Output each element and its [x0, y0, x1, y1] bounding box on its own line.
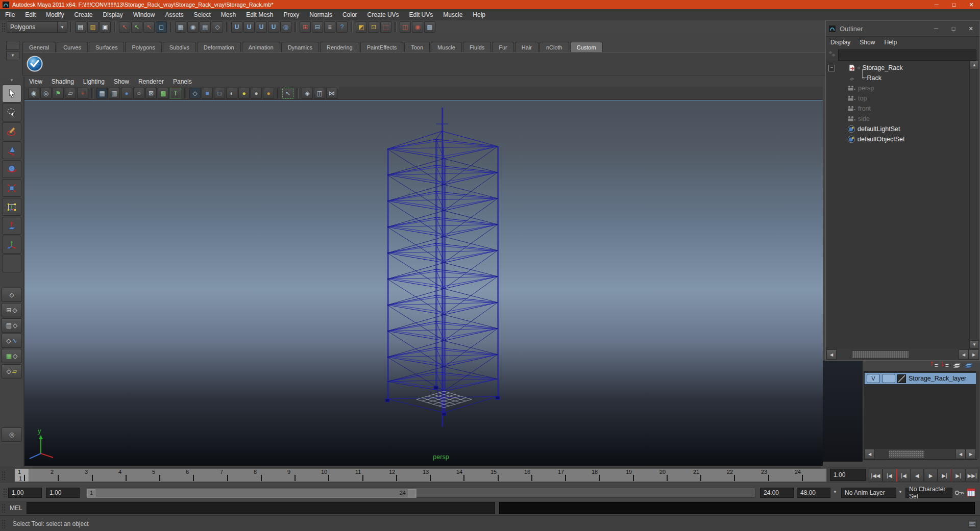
film-gate-icon[interactable]: ▥ [109, 88, 120, 99]
scroll-right-icon[interactable]: ▶ [966, 449, 976, 459]
animation-start-field[interactable]: 1.00 [46, 488, 80, 498]
lock-icon[interactable]: ⊡ [368, 21, 379, 33]
ipr-render-icon[interactable]: ◉ [412, 21, 423, 33]
outliner-menu-help[interactable]: Help [879, 39, 901, 46]
gate-mask-icon[interactable]: ○ [133, 88, 144, 99]
bookmark-icon[interactable]: ⚑ [53, 88, 64, 99]
menu-assets[interactable]: Assets [160, 11, 188, 18]
textured-icon[interactable]: ◐ [226, 88, 237, 99]
go-to-start-button[interactable]: |◀◀ [869, 469, 883, 482]
lasso-tool[interactable] [2, 104, 21, 121]
character-set-dropdown[interactable]: No Character Set [905, 488, 952, 498]
mask-surfaces-icon[interactable]: ◇ [212, 21, 223, 33]
outliner-title-bar[interactable]: Outliner ─ □ ✕ [826, 21, 979, 37]
panel-menu-view[interactable]: View [24, 78, 47, 85]
menu-normals[interactable]: Normals [304, 11, 337, 18]
outliner-hscrollbar[interactable]: ◀ ◀ ▶ [826, 349, 979, 360]
shelf-tab-fur[interactable]: Fur [492, 42, 514, 52]
shelf-tab-dynamics[interactable]: Dynamics [281, 42, 319, 52]
menu-edit-mesh[interactable]: Edit Mesh [241, 11, 278, 18]
menu-muscle[interactable]: Muscle [438, 11, 468, 18]
panel-menu-renderer[interactable]: Renderer [134, 78, 168, 85]
menu-help[interactable]: Help [468, 11, 491, 18]
shelf-tab-surfaces[interactable]: Surfaces [89, 42, 124, 52]
playback-start-field[interactable]: 1.00 [8, 488, 42, 498]
layer-color-swatch[interactable] [897, 374, 906, 383]
rotate-tool[interactable] [2, 160, 21, 178]
outliner-item-storage-rack[interactable]: − ○ Storage_Rack [826, 63, 969, 73]
animation-end-field[interactable]: 48.00 [797, 488, 830, 498]
shelf-tab-painteffects[interactable]: PaintEffects [360, 42, 404, 52]
menu-create-uvs[interactable]: Create UVs [362, 11, 404, 18]
scroll-right-icon[interactable]: ▶ [969, 349, 979, 360]
menu-window[interactable]: Window [128, 11, 160, 18]
outliner-search-input[interactable] [838, 49, 976, 61]
outliner-item-top[interactable]: top [826, 93, 969, 104]
layout-single-persp-button[interactable]: ◇ [2, 288, 22, 302]
shelf-tab-polygons[interactable]: Polygons [125, 42, 161, 52]
smooth-shade-icon[interactable]: ■ [202, 88, 213, 99]
step-forward-frame-button[interactable]: ▶| [951, 469, 965, 482]
wireframe-icon[interactable]: ◇ [189, 88, 201, 99]
input-connections-icon[interactable]: ⊞ [300, 21, 311, 33]
layer-visibility-toggle[interactable]: V [867, 374, 880, 383]
scroll-left-icon[interactable]: ◀ [959, 349, 969, 360]
menu-mesh[interactable]: Mesh [216, 11, 241, 18]
isolate-select-icon[interactable]: ↖ [282, 88, 293, 99]
menu-set-dropdown[interactable]: Polygons [7, 21, 58, 33]
shelf-tab-subdivs[interactable]: Subdivs [163, 42, 196, 52]
shelf-menu-arrow-icon[interactable]: ▼ [6, 51, 19, 60]
render-frame-icon[interactable]: ◫ [400, 21, 411, 33]
anim-layer-dropdown[interactable]: No Anim Layer [841, 488, 896, 498]
step-back-key-button[interactable]: |◀ [896, 469, 911, 482]
scroll-down-icon[interactable]: ▼ [970, 340, 979, 349]
outliner-vscrollbar[interactable]: ▲ ▼ [969, 61, 979, 349]
checked-sphere-shelf-icon[interactable] [26, 55, 43, 72]
multi-pane-icon[interactable]: ◫ [314, 88, 325, 99]
wireframe-on-shaded-icon[interactable]: ◈ [302, 88, 313, 99]
shelf-tab-hair[interactable]: Hair [515, 42, 538, 52]
snap-plane-icon[interactable]: U [268, 21, 279, 33]
show-manipulator-tool[interactable] [2, 236, 21, 254]
scroll-left-icon[interactable]: ◀ [865, 449, 875, 459]
playback-end-field[interactable]: 24.00 [760, 488, 794, 498]
command-line-label[interactable]: MEL [10, 504, 22, 512]
select-component-icon[interactable]: ↖ [143, 21, 155, 33]
panel-menu-lighting[interactable]: Lighting [79, 78, 109, 85]
hud-icon[interactable]: T [170, 88, 181, 99]
play-forwards-button[interactable]: ▶ [924, 469, 938, 482]
auto-keyframe-icon[interactable] [954, 489, 965, 496]
scroll-up-icon[interactable]: ▲ [970, 61, 979, 69]
perspective-viewport[interactable]: y persp [24, 100, 823, 466]
paint-selection-tool[interactable] [2, 122, 21, 140]
outliner-menu-show[interactable]: Show [855, 39, 879, 46]
command-line-result[interactable] [499, 502, 975, 514]
playback-range-bar[interactable]: 1 24 [87, 489, 416, 498]
go-to-end-button[interactable]: ▶▶| [965, 469, 979, 482]
shelf-tab-toon[interactable]: Toon [404, 42, 430, 52]
shelf-tab-rendering[interactable]: Rendering [320, 42, 359, 52]
soft-modification-tool[interactable] [2, 217, 21, 235]
move-layer-up-icon[interactable] [930, 361, 940, 368]
range-slider-track[interactable]: 1 24 [86, 488, 755, 498]
title-bar[interactable]: Autodesk Maya 2011 x64: F:\!!!!CONV!!!!!… [0, 0, 980, 9]
outliner-close-button[interactable]: ✕ [962, 24, 979, 33]
layout-hypershade-persp-button[interactable]: ▦◇ [2, 349, 22, 363]
mask-curves-icon[interactable]: ▤ [200, 21, 211, 33]
status-line-grip[interactable] [2, 22, 5, 32]
new-scene-icon[interactable]: ▤ [75, 21, 86, 33]
outliner-item-persp[interactable]: persp [826, 83, 969, 93]
construction-history-icon[interactable]: ≡ [324, 21, 335, 33]
menu-color[interactable]: Color [337, 11, 362, 18]
outliner-item-side[interactable]: side [826, 114, 969, 124]
outliner-item-defaultobjectset[interactable]: defaultObjectSet [826, 134, 969, 144]
menu-set-dropdown-arrow[interactable]: ▼ [58, 21, 67, 33]
shelf-tab-general[interactable]: General [22, 42, 56, 52]
menu-proxy[interactable]: Proxy [279, 11, 305, 18]
select-hierarchy-icon[interactable]: ↖ [119, 21, 130, 33]
snap-live-icon[interactable]: ◎ [280, 21, 291, 33]
create-empty-layer-icon[interactable] [952, 361, 962, 368]
script-editor-icon[interactable] [968, 520, 977, 528]
outliner-item-rack[interactable]: ○ Rack [826, 73, 969, 83]
close-button[interactable]: ✕ [963, 0, 980, 9]
